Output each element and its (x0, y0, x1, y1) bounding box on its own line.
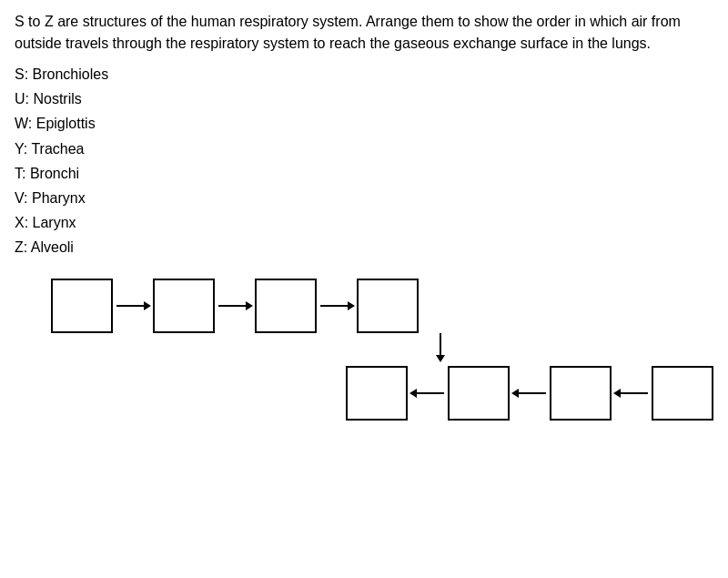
item-v: V: Pharynx (15, 186, 713, 210)
answer-box-3[interactable] (255, 279, 317, 333)
item-y: Y: Trachea (15, 137, 713, 161)
item-t: T: Bronchi (15, 161, 713, 186)
item-z: Z: Alveoli (15, 235, 713, 259)
vertical-connector (357, 333, 419, 366)
v-arrow-head (436, 355, 445, 362)
item-x: X: Larynx (15, 210, 713, 235)
diagram-row1 (51, 279, 713, 333)
answer-box-7[interactable] (448, 366, 510, 421)
answer-box-4[interactable] (357, 279, 419, 333)
item-u: U: Nostrils (15, 86, 713, 111)
question-body: S to Z are structures of the human respi… (15, 14, 681, 51)
item-w: W: Epiglottis (15, 111, 713, 136)
answer-box-2[interactable] (153, 279, 215, 333)
v-arrow-line (440, 333, 441, 355)
structures-list: S: Bronchioles U: Nostrils W: Epiglottis… (15, 62, 713, 260)
answer-box-5[interactable] (652, 366, 713, 421)
question-text: S to Z are structures of the human respi… (15, 11, 713, 55)
answer-box-6[interactable] (550, 366, 612, 421)
answer-box-8[interactable] (346, 366, 408, 421)
diagram-row2 (51, 366, 713, 421)
diagram-wrapper (15, 279, 713, 421)
answer-box-1[interactable] (51, 279, 113, 333)
item-s: S: Bronchioles (15, 62, 713, 86)
vertical-arrow (436, 333, 445, 362)
